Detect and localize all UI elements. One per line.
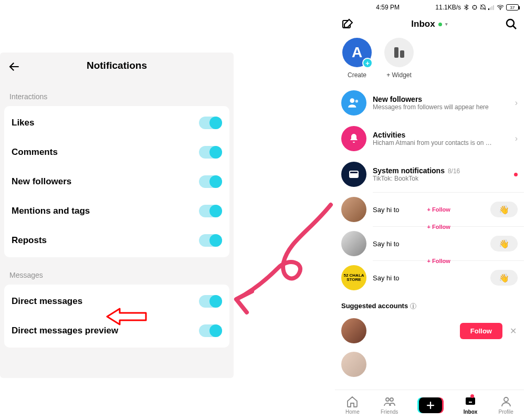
dm-row-1[interactable]: Say hi to + Follow 👋 [335,193,524,226]
row-activities[interactable]: Activities Hicham Atmani from your conta… [335,121,524,156]
settings-header: Notifications [0,52,234,79]
tab-profile[interactable]: Profile [498,395,513,415]
plus-badge-icon: + [362,58,373,68]
row-reposts[interactable]: Reposts [4,226,229,255]
svg-point-5 [500,9,501,10]
follow-tag[interactable]: + Follow [427,206,450,213]
tab-create[interactable] [419,397,442,413]
dm-row-2[interactable]: Say hi to + Follow 👋 [335,227,524,260]
wave-button[interactable]: 👋 [490,270,518,286]
avatar-initial: A [352,44,362,61]
tab-home[interactable]: Home [345,395,360,415]
row-label: Direct messages preview [12,326,118,336]
plus-icon [426,401,435,410]
dm-text: Say hi to [373,274,484,282]
row-label: Direct messages [12,296,82,307]
inbox-screen: 4:59 PM 11.1KB/s 37 Inbox ▾ A + Create [335,0,524,420]
status-right: 11.1KB/s 37 [435,4,519,11]
tab-label: Profile [498,409,513,415]
back-button[interactable] [7,60,21,71]
widget-label: + Widget [386,71,412,79]
inbox-title[interactable]: Inbox ▾ [411,19,447,29]
row-dm-preview[interactable]: Direct messages preview [4,316,229,345]
tab-inbox[interactable]: Inbox [464,395,478,415]
toggle-mentions[interactable] [199,205,222,217]
settings-screen: Notifications Interactions Likes Comment… [0,52,234,378]
avatar [341,197,366,222]
row-label: Reposts [12,235,47,246]
sync-icon [471,4,478,10]
friends-icon [383,395,396,408]
create-avatar: A + [342,38,372,67]
unread-dot-icon [514,173,518,176]
arrow-left-icon [7,60,21,74]
suggested-row-1[interactable]: Follow ✕ [335,314,524,348]
search-icon[interactable] [505,18,518,30]
chevron-down-icon: ▾ [445,22,448,27]
chevron-right-icon: › [515,134,518,143]
chevron-right-icon: › [515,98,518,108]
info-icon[interactable]: i [410,303,416,309]
row-label: Likes [12,118,34,128]
row-direct-messages[interactable]: Direct messages [4,287,229,316]
row-new-followers[interactable]: New followers Messages from followers wi… [335,85,524,121]
home-icon [346,395,359,408]
section-interactions-label: Interactions [0,79,234,106]
inbox-header: Inbox ▾ [335,13,524,36]
svg-rect-15 [466,397,475,405]
row-system-notifications[interactable]: System notifications 8/16 TikTok: BookTo… [335,156,524,192]
row-label: Comments [12,147,58,158]
follow-tag[interactable]: + Follow [427,224,450,230]
online-dot-icon [438,23,442,26]
svg-rect-1 [488,8,489,10]
compose-icon[interactable] [341,18,354,30]
create-label: Create [348,71,366,79]
interactions-card: Likes Comments New followers Mentions an… [4,106,229,257]
add-widget-button[interactable]: + Widget [384,38,414,79]
row-likes[interactable]: Likes [4,108,229,138]
wave-button[interactable]: 👋 [490,236,518,251]
row-title: New followers [373,95,422,103]
profile-icon [500,395,512,408]
toggle-new-followers[interactable] [199,175,222,188]
row-mentions[interactable]: Mentions and tags [4,196,229,226]
row-new-followers[interactable]: New followers [4,167,229,196]
top-actions: A + Create + Widget [335,36,524,85]
row-title: System notifications [373,166,445,175]
status-bar: 4:59 PM 11.1KB/s 37 [335,0,524,13]
tab-label: Home [345,409,360,415]
create-story-button[interactable]: A + Create [342,38,372,79]
svg-point-8 [350,98,354,103]
suggested-row-2[interactable] [335,348,524,381]
tab-friends[interactable]: Friends [381,395,398,415]
dm-row-3[interactable]: 52 CHALA STORE Say hi to + Follow 👋 [335,261,524,295]
svg-point-7 [507,19,514,27]
messages-card: Direct messages Direct messages preview [4,285,229,348]
toggle-likes[interactable] [199,117,222,129]
followers-icon [341,90,366,116]
dismiss-button[interactable]: ✕ [509,326,518,336]
svg-rect-4 [493,5,494,10]
follow-tag[interactable]: + Follow [427,258,450,264]
toggle-comments[interactable] [199,146,222,159]
row-sub: Messages from followers will appear here [373,103,509,111]
wifi-icon [497,4,504,10]
avatar: 52 CHALA STORE [341,265,366,290]
row-label: Mentions and tags [12,206,90,216]
row-comments[interactable]: Comments [4,138,229,167]
toggle-dm-preview[interactable] [199,324,222,337]
suggested-header: Suggested accounts i [335,295,524,314]
dnd-icon [480,4,486,10]
activities-icon [341,126,366,151]
row-title: Activities [373,131,405,139]
svg-point-13 [386,398,389,401]
svg-rect-16 [469,402,472,403]
dm-text: Say hi to [373,240,484,248]
toggle-dm[interactable] [199,295,222,308]
inbox-list: New followers Messages from followers wi… [335,85,524,390]
row-date: 8/16 [448,167,460,175]
status-time: 4:59 PM [376,4,400,11]
follow-button[interactable]: Follow [460,323,502,339]
toggle-reposts[interactable] [199,234,222,247]
wave-button[interactable]: 👋 [490,202,518,217]
